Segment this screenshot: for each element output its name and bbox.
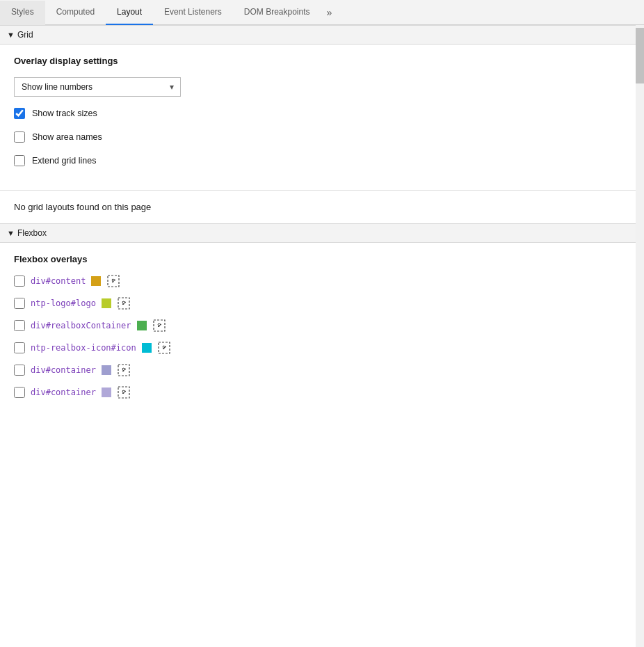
tab-bar: Styles Computed Layout Event Listeners D… xyxy=(0,0,644,25)
flex-item-2-color xyxy=(102,298,111,308)
tab-styles[interactable]: Styles xyxy=(0,1,45,25)
flex-item-4-inspect-icon[interactable] xyxy=(157,341,171,355)
scrollbar[interactable] xyxy=(636,25,644,647)
list-item: div#container xyxy=(14,385,622,399)
flex-item-5-color xyxy=(102,365,111,375)
flex-item-4-checkbox[interactable] xyxy=(14,342,25,353)
extend-grid-lines-label[interactable]: Extend grid lines xyxy=(32,156,96,166)
line-numbers-dropdown[interactable]: Show line numbers Show line names Show t… xyxy=(14,77,181,97)
flex-item-3-color xyxy=(137,321,147,330)
flex-item-6-color xyxy=(102,388,111,397)
show-track-sizes-row: Show track sizes xyxy=(14,108,622,119)
show-track-sizes-checkbox[interactable] xyxy=(14,108,25,119)
flex-item-5-checkbox[interactable] xyxy=(14,365,25,376)
tab-more-button[interactable]: » xyxy=(321,0,338,24)
flexbox-arrow-icon: ▼ xyxy=(7,229,15,237)
no-grid-message: No grid layouts found on this page xyxy=(0,190,636,223)
tab-event-listeners[interactable]: Event Listeners xyxy=(153,1,233,25)
list-item: div#realboxContainer xyxy=(14,319,622,333)
flex-item-1-checkbox[interactable] xyxy=(14,275,25,287)
flex-item-4-name: ntp-realbox-icon#icon xyxy=(31,343,136,353)
extend-grid-lines-row: Extend grid lines xyxy=(14,155,622,166)
flex-item-1-color xyxy=(91,276,101,286)
flex-item-5-inspect-icon[interactable] xyxy=(117,363,131,377)
flex-item-1-name: div#content xyxy=(31,276,86,286)
flex-item-2-inspect-icon[interactable] xyxy=(117,296,131,310)
extend-grid-lines-checkbox[interactable] xyxy=(14,155,25,166)
flexbox-section-title: Flexbox xyxy=(17,228,47,238)
flexbox-section-header[interactable]: ▼ Flexbox xyxy=(0,223,636,243)
flex-item-6-checkbox[interactable] xyxy=(14,387,25,398)
grid-arrow-icon: ▼ xyxy=(7,31,15,39)
flex-item-5-name: div#container xyxy=(31,365,96,375)
overlay-settings-title: Overlay display settings xyxy=(14,56,622,66)
grid-section-content: Overlay display settings Show line numbe… xyxy=(0,45,636,190)
flex-item-4-color xyxy=(142,343,152,353)
show-track-sizes-label[interactable]: Show track sizes xyxy=(32,109,97,118)
grid-section-header[interactable]: ▼ Grid xyxy=(0,25,636,45)
show-area-names-label[interactable]: Show area names xyxy=(32,132,102,142)
flex-item-3-inspect-icon[interactable] xyxy=(152,319,166,333)
main-content: ▼ Grid Overlay display settings Show lin… xyxy=(0,25,644,647)
flex-item-3-checkbox[interactable] xyxy=(14,320,25,331)
list-item: div#content xyxy=(14,274,622,288)
show-area-names-row: Show area names xyxy=(14,131,622,143)
flex-item-3-name: div#realboxContainer xyxy=(31,321,131,330)
flex-item-6-inspect-icon[interactable] xyxy=(117,385,131,399)
tab-layout[interactable]: Layout xyxy=(106,1,153,25)
flexbox-section-content: Flexbox overlays div#content ntp-logo#lo… xyxy=(0,243,636,419)
list-item: ntp-logo#logo xyxy=(14,296,622,310)
show-area-names-checkbox[interactable] xyxy=(14,131,25,143)
grid-section-title: Grid xyxy=(17,30,33,40)
flexbox-overlays-title: Flexbox overlays xyxy=(14,254,622,264)
tab-computed[interactable]: Computed xyxy=(45,1,106,25)
list-item: div#container xyxy=(14,363,622,377)
scrollbar-thumb[interactable] xyxy=(636,28,644,83)
flex-item-6-name: div#container xyxy=(31,388,96,397)
flex-item-1-inspect-icon[interactable] xyxy=(106,274,120,288)
panel: ▼ Grid Overlay display settings Show lin… xyxy=(0,25,636,647)
flex-item-2-checkbox[interactable] xyxy=(14,298,25,309)
line-numbers-dropdown-wrapper: Show line numbers Show line names Show t… xyxy=(14,77,181,97)
list-item: ntp-realbox-icon#icon xyxy=(14,341,622,355)
flex-item-2-name: ntp-logo#logo xyxy=(31,298,96,308)
tab-dom-breakpoints[interactable]: DOM Breakpoints xyxy=(233,1,321,25)
